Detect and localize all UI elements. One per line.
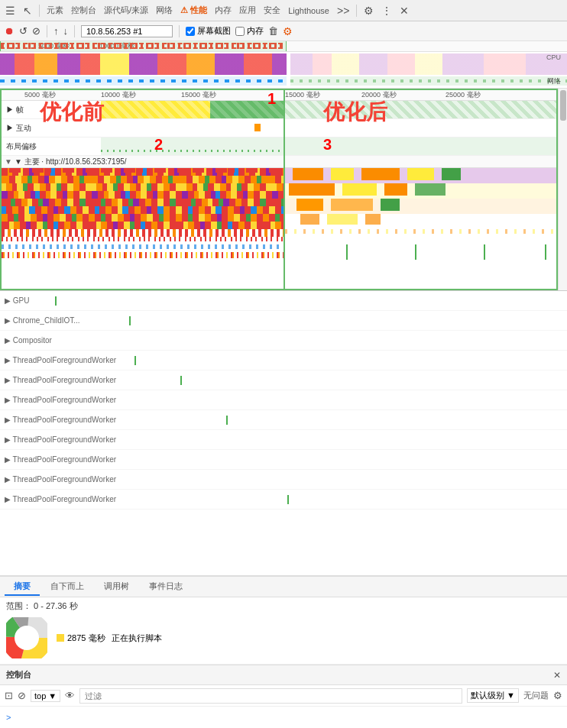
sep3 [47, 25, 47, 37]
summary-items: 2875 毫秒 正在执行脚本 [57, 633, 162, 644]
tp3-arrow[interactable]: ▶ ThreadPoolForegroundWorker [5, 396, 116, 404]
record-button[interactable]: ⏺ [5, 25, 15, 37]
process-row-tp1[interactable]: ▶ ThreadPoolForegroundWorker [0, 351, 567, 370]
tab-memory[interactable]: 内存 [212, 3, 234, 18]
console-toolbar: ⊡ ⊘ top ▼ 👁 默认级别 ▼ 无问题 ⚙ [0, 685, 567, 707]
script-ms: 2875 毫秒 [67, 633, 105, 644]
tab-eventlog[interactable]: 事件日志 [140, 578, 192, 596]
left-ruler-1: 10000 毫秒 [101, 90, 136, 100]
process-row-tp3[interactable]: ▶ ThreadPoolForegroundWorker [0, 390, 567, 410]
process-row-compositor[interactable]: ▶ Compositor [0, 331, 567, 351]
process-row-tp5[interactable]: ▶ ThreadPoolForegroundWorker [0, 430, 567, 450]
block-button[interactable]: ⊘ [18, 690, 26, 701]
frames-content [101, 101, 284, 118]
selection-indicator [0, 41, 287, 52]
sep2 [356, 5, 357, 17]
console-filter-input[interactable] [79, 688, 462, 704]
upload-button[interactable]: ↑ [53, 25, 59, 37]
memory-checkbox[interactable] [235, 27, 245, 36]
childio-content [83, 313, 567, 328]
split-timeline: 1 优化前 5000 毫秒 10000 毫秒 15000 毫秒 2 ▶ 帧 [0, 89, 567, 291]
tab-performance[interactable]: ⚠ 性能 [178, 3, 209, 18]
summary-range: 范围： 0 - 27.36 秒 [6, 600, 561, 612]
process-list: ▶ GPU ▶ Chrome_ChildIOT... ▶ Compositor … [0, 291, 567, 576]
tp1-arrow[interactable]: ▶ ThreadPoolForegroundWorker [5, 356, 116, 364]
console-title: 控制台 [6, 669, 31, 681]
summary-panel: 范围： 0 - 27.36 秒 2875 毫秒 [0, 597, 567, 665]
kebab-button[interactable]: ⋮ [379, 3, 394, 18]
dock-icon[interactable]: ☰ [3, 3, 18, 18]
childio-arrow[interactable]: ▶ Chrome_ChildIOT... [5, 316, 80, 325]
process-row-tp7[interactable]: ▶ ThreadPoolForegroundWorker [0, 470, 567, 490]
tp3-content [119, 393, 567, 408]
perf-content: 5000 毫秒 10000 毫秒 CPU 网络 [0, 41, 567, 728]
left-panel: 1 优化前 5000 毫秒 10000 毫秒 15000 毫秒 2 ▶ 帧 [0, 89, 285, 290]
process-row-tp2[interactable]: ▶ ThreadPoolForegroundWorker [0, 370, 567, 390]
reload-record-button[interactable]: ↺ [19, 25, 28, 37]
console-close-button[interactable]: ✕ [553, 670, 561, 681]
issues-badge: 无问题 [523, 690, 549, 701]
settings-button[interactable]: ⚙ [361, 3, 376, 18]
cpu-label: CPU [546, 53, 561, 61]
download-button[interactable]: ↓ [63, 25, 69, 37]
tp7-content [119, 472, 567, 487]
tp4-arrow[interactable]: ▶ ThreadPoolForegroundWorker [5, 416, 116, 424]
before-label: 优化前 [40, 98, 104, 127]
tp2-content [119, 373, 567, 388]
trash-button[interactable]: 🗑 [268, 25, 278, 37]
layout-label[interactable]: 布局偏移 [2, 141, 101, 152]
tp5-arrow[interactable]: ▶ ThreadPoolForegroundWorker [5, 435, 116, 444]
tab-network[interactable]: 网络 [154, 3, 175, 18]
script-label-item: 正在执行脚本 [112, 633, 162, 644]
process-row-tp4[interactable]: ▶ ThreadPoolForegroundWorker [0, 410, 567, 430]
tp2-arrow[interactable]: ▶ ThreadPoolForegroundWorker [5, 376, 116, 384]
gpu-arrow[interactable]: ▶ GPU [5, 296, 29, 305]
process-row-tp6[interactable]: ▶ ThreadPoolForegroundWorker [0, 450, 567, 470]
tab-lighthouse[interactable]: Lighthouse [286, 5, 332, 17]
inspect-button[interactable]: ⊡ [5, 690, 13, 701]
process-row-gpu[interactable]: ▶ GPU [0, 291, 567, 311]
tab-console[interactable]: 控制台 [69, 3, 99, 18]
memory-label: 内存 [247, 25, 264, 37]
timeline-scrollbar[interactable] [558, 89, 567, 290]
tp1-content [119, 353, 567, 368]
perf-settings-button[interactable]: ⚙ [283, 25, 293, 37]
main-flame-right [285, 168, 556, 267]
cursor-icon[interactable]: ↖ [21, 3, 34, 18]
level-selector[interactable]: 默认级别 ▼ [467, 688, 519, 703]
eye-button[interactable]: 👁 [65, 690, 75, 701]
tab-bottomup[interactable]: 自下而上 [41, 578, 93, 596]
tab-summary[interactable]: 摘要 [5, 578, 40, 596]
tp8-content [119, 492, 567, 507]
tab-application[interactable]: 应用 [237, 3, 258, 18]
tab-security[interactable]: 安全 [261, 3, 283, 18]
tp7-arrow[interactable]: ▶ ThreadPoolForegroundWorker [5, 475, 116, 484]
screenshot-label: 屏幕截图 [197, 25, 231, 37]
tab-calltree[interactable]: 调用树 [95, 578, 138, 596]
section-num-2: 2 [154, 136, 163, 154]
more-tabs-button[interactable]: >> [335, 3, 352, 18]
clear-button[interactable]: ⊘ [32, 25, 40, 37]
tab-sources[interactable]: 源代码/来源 [102, 3, 151, 18]
console-prompt[interactable]: > [0, 707, 567, 728]
interaction-content [101, 119, 284, 137]
svg-point-5 [15, 626, 39, 650]
tp8-arrow[interactable]: ▶ ThreadPoolForegroundWorker [5, 495, 116, 503]
console-settings-button[interactable]: ⚙ [553, 690, 562, 701]
process-row-tp8[interactable]: ▶ ThreadPoolForegroundWorker [0, 490, 567, 510]
screenshot-checkbox[interactable] [186, 27, 195, 36]
close-button[interactable]: ✕ [397, 3, 411, 18]
process-row-childio[interactable]: ▶ Chrome_ChildIOT... [0, 311, 567, 331]
context-selector[interactable]: top ▼ [31, 690, 60, 702]
main-track-header[interactable]: ▼ ▼ 主要 · http://10.8.56.253:7195/ [2, 156, 284, 168]
compositor-arrow[interactable]: ▶ Compositor [5, 336, 52, 345]
url-field[interactable] [81, 25, 173, 37]
cpu-overview-left [0, 53, 287, 75]
tp4-content [119, 413, 567, 428]
tp6-arrow[interactable]: ▶ ThreadPoolForegroundWorker [5, 455, 116, 464]
scrollbar-thumb[interactable] [560, 90, 566, 121]
tab-elements[interactable]: 元素 [44, 3, 66, 18]
console-panel: 控制台 ✕ ⊡ ⊘ top ▼ 👁 默认级别 ▼ 无问题 ⚙ > [0, 665, 567, 728]
cpu-overview-right [290, 53, 567, 75]
tp6-content [119, 452, 567, 468]
